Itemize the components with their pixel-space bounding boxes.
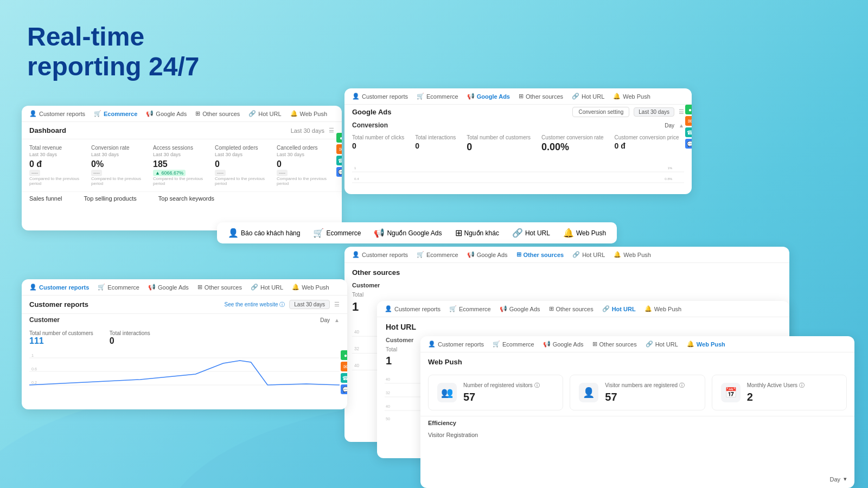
wp-nav-other[interactable]: ⊞ Other sources: [592, 341, 637, 348]
ads-icon: 📢: [146, 110, 154, 117]
nav-web-push[interactable]: 🔔 Web Push: [290, 110, 328, 117]
cr-chat-icon[interactable]: 💬: [341, 384, 347, 394]
wp-nav-google-ads[interactable]: 📢 Google Ads: [543, 341, 584, 348]
ga-chat-icon[interactable]: 💬: [685, 139, 692, 149]
nav-other-sources[interactable]: ⊞ Other sources: [195, 110, 240, 117]
nav-google-ads[interactable]: 📢 Google Ads: [146, 110, 187, 117]
hu-nav-web-push[interactable]: 🔔 Web Push: [644, 305, 682, 312]
bell-icon: 🔔: [290, 110, 298, 117]
cr-green-icon[interactable]: ●: [341, 350, 347, 360]
hu-nav-ecommerce[interactable]: 🛒 Ecommerce: [449, 305, 491, 312]
wp-visitor-reg: Visitor Registration: [420, 429, 854, 440]
wp-nav-ecommerce[interactable]: 🛒 Ecommerce: [493, 341, 534, 348]
ga-conversion-header: Conversion Day ▲: [344, 119, 692, 131]
ga-nav-other[interactable]: ⊞ Other sources: [519, 93, 563, 100]
wp-nav-customer[interactable]: 👤 Customer reports: [428, 341, 484, 348]
cr-nav-google-ads[interactable]: 📢 Google Ads: [148, 284, 189, 291]
hu-nav-hot-url[interactable]: 🔗 Hot URL: [602, 305, 636, 312]
tab-hot-url[interactable]: 🔗 Hot URL: [512, 228, 550, 238]
cr-email-icon[interactable]: ✉: [341, 362, 347, 371]
cr-nav-ecommerce[interactable]: 🛒 Ecommerce: [98, 284, 139, 291]
nav-customer-reports[interactable]: 👤 Customer reports: [29, 110, 85, 117]
ga-green-icon[interactable]: ●: [685, 105, 692, 114]
wp-nav-web-push[interactable]: 🔔 Web Push: [687, 341, 725, 348]
cr-nav-customer[interactable]: 👤 Customer reports: [29, 284, 89, 291]
green-dot-icon[interactable]: ●: [336, 133, 342, 143]
tab-web-push[interactable]: 🔔 Web Push: [563, 228, 606, 238]
cr-menu[interactable]: ☰: [334, 301, 340, 308]
dashboard-header: Dashboard Last 30 days ☰: [22, 122, 342, 139]
ga-total-customers: Total number of customers 0: [467, 134, 531, 153]
wp-nav-hot-url[interactable]: 🔗 Hot URL: [646, 341, 678, 348]
tab-google-ads[interactable]: 📢 Nguồn Google Ads: [374, 228, 442, 238]
conversion-setting-btn[interactable]: Conversion setting: [572, 107, 629, 117]
ga-bell-icon: 🔔: [613, 93, 621, 100]
customer-icon: 👤: [29, 110, 37, 117]
os-nav-hot-url[interactable]: 🔗 Hot URL: [572, 251, 605, 258]
email-icon[interactable]: ✉: [336, 144, 342, 154]
hu-nav-google-ads[interactable]: 📢 Google Ads: [500, 305, 540, 312]
ga-email-icon[interactable]: ✉: [685, 116, 692, 126]
cr-nav-web-push[interactable]: 🔔 Web Push: [292, 284, 329, 291]
cr-chart: 1 0.6 0.2 ● ✉ ☎ 💬: [22, 350, 347, 394]
sales-funnel-link[interactable]: Sales funnel: [29, 195, 62, 202]
hu-nav-other[interactable]: ⊞ Other sources: [549, 305, 593, 312]
svg-text:50: 50: [386, 417, 390, 421]
wp-stat-registered: 👥 Number of registered visitors ⓘ 57: [428, 375, 563, 410]
cr-nav-other[interactable]: ⊞ Other sources: [197, 284, 242, 291]
ga-nav-customer[interactable]: 👤 Customer reports: [352, 93, 408, 100]
cr-sort-icon[interactable]: ▲: [334, 317, 340, 323]
hu-nav-customer[interactable]: 👤 Customer reports: [385, 305, 441, 312]
wp-dropdown-icon[interactable]: ▾: [844, 476, 847, 483]
wp-efficiency: Efficiency: [420, 416, 854, 429]
tab-ecommerce[interactable]: 🛒 Ecommerce: [313, 228, 361, 238]
tab-customer-icon: 👤: [228, 228, 239, 238]
cart-icon: 🛒: [94, 110, 101, 117]
ga-sort-icon[interactable]: ▲: [679, 123, 684, 129]
phone-icon[interactable]: ☎: [336, 156, 342, 165]
nav-hot-url[interactable]: 🔗 Hot URL: [248, 110, 281, 117]
hu-bell-icon: 🔔: [644, 305, 652, 312]
wp-stats: 👥 Number of registered visitors ⓘ 57 👤 V…: [420, 369, 854, 416]
ga-menu-icon[interactable]: ☰: [679, 108, 684, 115]
ga-nav-ecommerce[interactable]: 🛒 Ecommerce: [417, 93, 458, 100]
ga-conversion-label: Conversion: [352, 121, 388, 129]
dashboard-menu-icon[interactable]: ☰: [329, 127, 334, 134]
see-all-link[interactable]: See the entire website ⓘ: [225, 301, 285, 309]
cr-total-interactions: Total interactions 0: [110, 330, 150, 346]
dashboard-metrics: Total revenue Last 30 days 0 đ ---- Comp…: [22, 139, 342, 192]
os-bell-icon: 🔔: [614, 251, 621, 258]
wp-stat-visitor-numbers: 👤 Visitor numbers are registered ⓘ 57: [570, 375, 705, 410]
ga-phone-icon[interactable]: ☎: [685, 127, 692, 137]
os-nav-customer[interactable]: 👤 Customer reports: [352, 251, 408, 258]
cr-bell-icon: 🔔: [292, 284, 299, 291]
os-customer-icon: 👤: [352, 251, 360, 258]
os-nav-ecommerce[interactable]: 🛒 Ecommerce: [417, 251, 458, 258]
nav-ecommerce[interactable]: 🛒 Ecommerce: [94, 110, 137, 117]
wp-day-label: Day: [829, 476, 840, 483]
cr-nav-hot-url[interactable]: 🔗 Hot URL: [251, 284, 283, 291]
ga-nav-google-ads[interactable]: 📢 Google Ads: [467, 93, 510, 100]
ga-title-row: Google Ads Conversion setting Last 30 da…: [344, 105, 692, 119]
tab-cart-icon: 🛒: [313, 228, 324, 238]
os-nav-other-sources[interactable]: ⊞ Other sources: [516, 251, 564, 258]
metric-completed-orders: Completed orders Last 30 days 0 ---- Com…: [215, 145, 272, 186]
os-nav-web-push[interactable]: 🔔 Web Push: [614, 251, 651, 258]
ga-nav-hot-url[interactable]: 🔗 Hot URL: [572, 93, 604, 100]
cr-phone-icon[interactable]: ☎: [341, 373, 347, 383]
os-nav-google-ads[interactable]: 📢 Google Ads: [467, 251, 508, 258]
cr-ads-icon: 📢: [148, 284, 156, 291]
top-search-link[interactable]: Top search keywords: [158, 195, 214, 202]
chat-icon[interactable]: 💬: [336, 167, 342, 177]
tab-customer-reports[interactable]: 👤 Báo cáo khách hàng: [228, 228, 300, 238]
wp-day-selector[interactable]: Day ▾: [829, 476, 847, 483]
tab-other-sources[interactable]: ⊞ Nguồn khác: [455, 228, 499, 238]
wp-mau-value: 2: [747, 391, 805, 403]
svg-text:0.8%: 0.8%: [665, 177, 673, 181]
ga-nav-web-push[interactable]: 🔔 Web Push: [613, 93, 650, 100]
svg-text:0.6: 0.6: [31, 367, 37, 371]
os-customer-total: Total: [344, 291, 789, 299]
top-selling-link[interactable]: Top selling products: [84, 195, 137, 202]
metric-cancelled-orders: Cancelled orders Last 30 days 0 ---- Com…: [277, 145, 334, 186]
google-ads-nav: 👤 Customer reports 🛒 Ecommerce 📢 Google …: [344, 88, 692, 105]
